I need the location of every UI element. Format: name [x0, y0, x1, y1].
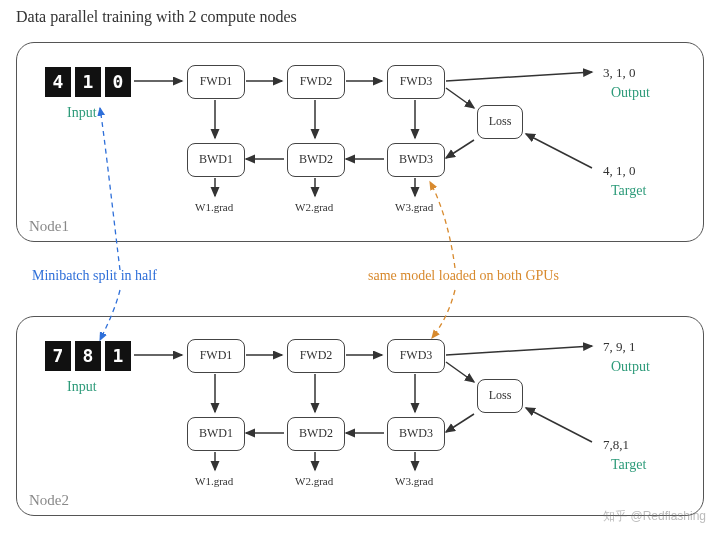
node2-fwd3: FWD3 [387, 339, 445, 373]
node2-output: 7, 9, 1 [603, 339, 636, 355]
node1-bwd1: BWD1 [187, 143, 245, 177]
node2-label: Node2 [29, 492, 69, 509]
node2-box: Node2 7 8 1 Input FWD1 FWD2 FWD3 Loss BW… [16, 316, 704, 516]
node1-grad2: W2.grad [295, 201, 333, 213]
node2-bwd2: BWD2 [287, 417, 345, 451]
annotation-minibatch: Minibatch split in half [32, 268, 157, 284]
node1-digit-2: 0 [105, 67, 131, 97]
watermark: 知乎 @Redflashing [603, 508, 706, 525]
node1-loss: Loss [477, 105, 523, 139]
node1-bwd2: BWD2 [287, 143, 345, 177]
node1-output: 3, 1, 0 [603, 65, 636, 81]
node2-digit-2: 1 [105, 341, 131, 371]
node2-bwd3: BWD3 [387, 417, 445, 451]
node1-output-label: Output [611, 85, 650, 101]
node1-input-label: Input [67, 105, 97, 121]
annotation-same-model: same model loaded on both GPUs [368, 268, 559, 284]
node1-label: Node1 [29, 218, 69, 235]
node1-digit-0: 4 [45, 67, 71, 97]
node2-target: 7,8,1 [603, 437, 629, 453]
node2-input-label: Input [67, 379, 97, 395]
node1-digit-1: 1 [75, 67, 101, 97]
node1-target-label: Target [611, 183, 646, 199]
node2-digit-0: 7 [45, 341, 71, 371]
node1-box: Node1 4 1 0 Input FWD1 FWD2 FWD3 Loss BW… [16, 42, 704, 242]
node1-grad3: W3.grad [395, 201, 433, 213]
node2-digit-1: 8 [75, 341, 101, 371]
node1-fwd1: FWD1 [187, 65, 245, 99]
node2-fwd2: FWD2 [287, 339, 345, 373]
node2-grad3: W3.grad [395, 475, 433, 487]
node1-bwd3: BWD3 [387, 143, 445, 177]
node2-grad2: W2.grad [295, 475, 333, 487]
node2-output-label: Output [611, 359, 650, 375]
node2-target-label: Target [611, 457, 646, 473]
node1-grad1: W1.grad [195, 201, 233, 213]
node2-loss: Loss [477, 379, 523, 413]
node2-grad1: W1.grad [195, 475, 233, 487]
node1-target: 4, 1, 0 [603, 163, 636, 179]
diagram-title: Data parallel training with 2 compute no… [16, 8, 297, 26]
node2-fwd1: FWD1 [187, 339, 245, 373]
node2-bwd1: BWD1 [187, 417, 245, 451]
node1-fwd2: FWD2 [287, 65, 345, 99]
node1-fwd3: FWD3 [387, 65, 445, 99]
